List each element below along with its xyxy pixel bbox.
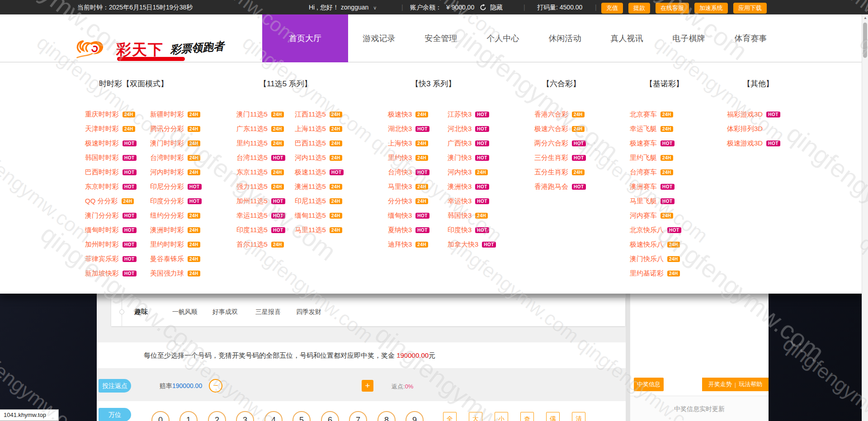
lottery-link[interactable]: 印度分分彩HOT	[150, 194, 218, 208]
lottery-link[interactable]: 缅甸11选524H	[295, 208, 358, 223]
lottery-link[interactable]: 五分生肖彩24H	[534, 165, 613, 179]
quick-select-清[interactable]: 清	[572, 412, 585, 421]
lottery-link[interactable]: 里约基诺彩24H	[630, 266, 709, 281]
lottery-link[interactable]: 澳洲快3HOT	[448, 179, 511, 194]
quick-select-小[interactable]: 小	[495, 412, 508, 421]
bet-rebate-button[interactable]: 投注返点	[99, 379, 131, 393]
lottery-link[interactable]: 台湾赛车24H	[630, 165, 709, 179]
topbar-button-提款[interactable]: 提款	[628, 3, 650, 14]
lottery-link[interactable]: 台湾时时彩24H	[150, 150, 218, 165]
lottery-link[interactable]: QQ 分分彩24H	[85, 194, 150, 208]
lottery-link[interactable]: 澳门时时彩24H	[150, 136, 218, 150]
lottery-link[interactable]: 幸运快3HOT	[448, 194, 511, 208]
lottery-link[interactable]: 加州时时彩HOT	[85, 237, 150, 252]
lottery-link[interactable]: 澳门快3HOT	[448, 150, 511, 165]
site-logo[interactable]: 彩天下 彩票领跑者	[75, 36, 224, 63]
increase-rebate-button[interactable]: +	[362, 380, 373, 392]
nav-item-游戏记录[interactable]: 游戏记录	[348, 14, 410, 62]
lottery-link[interactable]: 河内快324H	[448, 165, 511, 179]
lottery-link[interactable]: 幸运飞艇24H	[630, 122, 709, 136]
scroll-up-arrow-icon[interactable]: ▲	[862, 16, 868, 20]
scrollbar-thumb[interactable]	[863, 23, 867, 58]
lottery-link[interactable]: 澳洲11选524H	[295, 179, 358, 194]
lottery-link[interactable]: 河北快3HOT	[448, 122, 511, 136]
topbar-button-在线客服[interactable]: 在线客服	[656, 3, 689, 14]
lottery-link[interactable]: 台湾11选5HOT	[236, 150, 295, 165]
lottery-link[interactable]: 首尔11选524H	[236, 237, 295, 252]
lottery-link[interactable]: 河内时时彩24H	[150, 165, 218, 179]
lottery-link[interactable]: 纽约分分彩24H	[150, 208, 218, 223]
lottery-link[interactable]: 河内11选524H	[295, 150, 358, 165]
tab-三星报喜[interactable]: 三星报喜	[255, 308, 281, 316]
lottery-link[interactable]: 马里飞艇HOT	[630, 194, 709, 208]
quick-select-大[interactable]: 大	[469, 412, 482, 421]
lottery-link[interactable]: 上海11选524H	[295, 122, 358, 136]
quick-select-全[interactable]: 全	[443, 412, 457, 421]
lottery-link[interactable]: 夏纳快3HOT	[388, 223, 448, 237]
lottery-link[interactable]: 体彩排列3D	[727, 122, 806, 136]
lottery-link[interactable]: 广东11选524H	[236, 122, 295, 136]
lottery-link[interactable]: 极速赛车HOT	[630, 136, 709, 150]
lottery-link[interactable]: 江西11选524H	[295, 107, 358, 122]
lottery-link[interactable]: 里约时时彩24H	[150, 237, 218, 252]
user-menu[interactable]: Hi , 您好！ zongguan ∨	[309, 0, 377, 14]
help-link[interactable]: 玩法帮助	[739, 380, 762, 388]
lottery-link[interactable]: 腾讯分分彩24H	[150, 122, 218, 136]
lottery-link[interactable]: 印度快3HOT	[448, 223, 511, 237]
lottery-link[interactable]: 上海快324H	[388, 136, 448, 150]
lottery-link[interactable]: 马里11选524H	[295, 223, 358, 237]
nav-item-首页大厅[interactable]: 首页大厅	[262, 14, 348, 62]
lottery-link[interactable]: 河内赛车24H	[630, 208, 709, 223]
lottery-link[interactable]: 巴西时时彩HOT	[85, 165, 150, 179]
lottery-link[interactable]: 极速时时彩HOT	[85, 136, 150, 150]
lottery-link[interactable]: 缅甸快3HOT	[388, 208, 448, 223]
lottery-link[interactable]: 极速六合彩24H	[534, 122, 613, 136]
lottery-link[interactable]: 东京11选524H	[236, 165, 295, 179]
lottery-link[interactable]: 巴西11选524H	[295, 136, 358, 150]
quick-select-奇[interactable]: 奇	[520, 412, 534, 421]
nav-item-安全管理[interactable]: 安全管理	[410, 14, 472, 62]
lottery-link[interactable]: 台湾快3HOT	[388, 165, 448, 179]
tab-好事成双[interactable]: 好事成双	[212, 308, 238, 316]
nav-item-体育赛事[interactable]: 体育赛事	[720, 14, 782, 62]
topbar-button-应用下载[interactable]: 应用下载	[733, 3, 767, 14]
lottery-link[interactable]: 韩国时时彩HOT	[85, 150, 150, 165]
topbar-button-充值[interactable]: 充值	[601, 3, 623, 14]
lottery-link[interactable]: 幸运11选5HOT	[236, 208, 295, 223]
lottery-link[interactable]: 东京时时彩HOT	[85, 179, 150, 194]
lottery-link[interactable]: 新加坡快彩HOT	[85, 266, 150, 281]
lottery-link[interactable]: 里约飞艇24H	[630, 150, 709, 165]
lottery-link[interactable]: 澳门快乐八24H	[630, 252, 709, 266]
lottery-link[interactable]: 强力11选524H	[236, 179, 295, 194]
lottery-link[interactable]: 重庆时时彩24H	[85, 107, 150, 122]
decrease-rebate-button[interactable]: −	[209, 379, 222, 393]
lottery-link[interactable]: 韩国快324H	[448, 208, 511, 223]
win-info-button[interactable]: 中奖信息	[634, 378, 664, 391]
trend-link[interactable]: 开奖走势	[708, 380, 732, 388]
lottery-link[interactable]: 香港六合彩24H	[534, 107, 613, 122]
lottery-link[interactable]: 极速11选5HOT	[295, 165, 358, 179]
lottery-link[interactable]: 极速游戏3DHOT	[727, 136, 806, 150]
lottery-link[interactable]: 江苏快3HOT	[448, 107, 511, 122]
tab-一帆风顺[interactable]: 一帆风顺	[172, 308, 198, 316]
lottery-link[interactable]: 迪拜快324H	[388, 237, 448, 252]
lottery-link[interactable]: 分分快324H	[388, 194, 448, 208]
topbar-button-加速系统[interactable]: 加速系统	[694, 3, 728, 14]
lottery-link[interactable]: 香港跑马会HOT	[534, 179, 613, 194]
lottery-link[interactable]: 澳洲时时彩24H	[150, 223, 218, 237]
quick-select-偶[interactable]: 偶	[546, 412, 560, 421]
lottery-link[interactable]: 印尼分分彩HOT	[150, 179, 218, 194]
lottery-link[interactable]: 菲律宾乐彩HOT	[85, 252, 150, 266]
nav-item-个人中心[interactable]: 个人中心	[472, 14, 534, 62]
refresh-icon[interactable]	[480, 1, 486, 16]
lottery-link[interactable]: 里约快324H	[388, 150, 448, 165]
hide-balance-toggle[interactable]: 隐藏	[490, 4, 503, 11]
lottery-link[interactable]: 澳门分分彩HOT	[85, 208, 150, 223]
lottery-link[interactable]: 澳门11选524H	[236, 107, 295, 122]
lottery-link[interactable]: 曼谷泰铢乐24H	[150, 252, 218, 266]
lottery-link[interactable]: 新疆时时彩24H	[150, 107, 218, 122]
lottery-link[interactable]: 缅甸时时彩HOT	[85, 223, 150, 237]
lottery-link[interactable]: 湖北快3HOT	[388, 122, 448, 136]
lottery-link[interactable]: 加州11选5HOT	[236, 194, 295, 208]
lottery-link[interactable]: 印尼11选524H	[295, 194, 358, 208]
